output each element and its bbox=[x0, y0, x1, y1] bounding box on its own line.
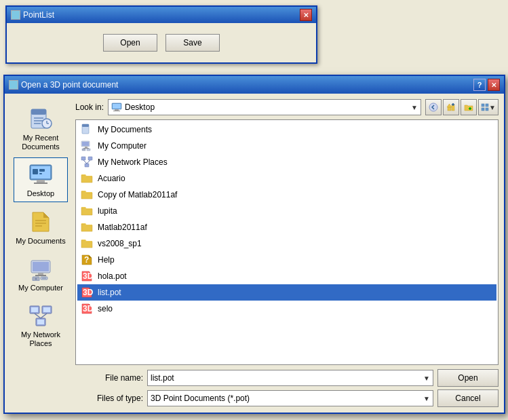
svg-rect-10 bbox=[37, 180, 45, 183]
files-of-type-label: Files of type: bbox=[75, 394, 143, 403]
list-item[interactable]: vs2008_sp1 bbox=[77, 235, 496, 252]
svg-marker-15 bbox=[33, 212, 49, 231]
list-item-name: Copy of Matlab2011af bbox=[98, 190, 177, 199]
list-item-name: vs2008_sp1 bbox=[98, 239, 142, 248]
file-list[interactable]: My Documents My Computer bbox=[75, 119, 499, 365]
svg-point-40 bbox=[429, 103, 437, 111]
sidebar-item-recent-label: My RecentDocuments bbox=[22, 134, 60, 151]
back-icon bbox=[429, 102, 438, 112]
svg-rect-33 bbox=[37, 320, 44, 324]
pointlist-save-button[interactable]: Save bbox=[165, 34, 220, 52]
pot-file-icon: 3D bbox=[80, 302, 94, 316]
views-icon bbox=[481, 103, 489, 111]
list-item-name: My Documents bbox=[98, 125, 152, 134]
svg-rect-21 bbox=[33, 262, 49, 271]
folder-list-icon bbox=[80, 237, 94, 250]
sidebar-item-my-computer-label: My Computer bbox=[18, 284, 63, 292]
pointlist-title: PointList bbox=[23, 10, 54, 20]
svg-rect-53 bbox=[82, 142, 89, 146]
open-dialog: Open a 3D point document ? ✕ bbox=[3, 75, 505, 414]
svg-rect-22 bbox=[38, 273, 43, 275]
svg-rect-59 bbox=[88, 157, 92, 160]
list-item[interactable]: My Network Places bbox=[77, 154, 496, 170]
svg-rect-37 bbox=[113, 104, 121, 109]
list-item-name: Acuario bbox=[98, 174, 125, 183]
sidebar-item-my-documents-label: My Documents bbox=[16, 237, 65, 246]
up-one-level-button[interactable] bbox=[443, 99, 459, 115]
svg-point-27 bbox=[35, 278, 37, 280]
new-folder-button[interactable] bbox=[461, 99, 477, 115]
svg-rect-56 bbox=[87, 149, 90, 151]
file-name-input[interactable] bbox=[148, 373, 421, 383]
svg-rect-38 bbox=[115, 109, 119, 111]
open-dialog-titlebar: Open a 3D point document ? ✕ bbox=[5, 76, 504, 94]
svg-rect-31 bbox=[43, 307, 50, 312]
svg-text:3D: 3D bbox=[83, 288, 93, 297]
look-in-dropdown[interactable]: Desktop ▼ bbox=[108, 99, 421, 115]
my-computer-icon bbox=[27, 255, 54, 282]
svg-marker-42 bbox=[447, 104, 452, 107]
svg-rect-54 bbox=[85, 147, 87, 148]
svg-text:?: ? bbox=[84, 255, 89, 265]
svg-rect-51 bbox=[82, 124, 89, 127]
svg-text:3D: 3D bbox=[83, 271, 93, 281]
list-item[interactable]: Matlab2011af bbox=[77, 219, 496, 235]
svg-rect-47 bbox=[486, 104, 488, 107]
my-documents-list-icon bbox=[80, 123, 94, 136]
svg-rect-49 bbox=[486, 108, 488, 111]
svg-rect-41 bbox=[448, 107, 451, 111]
files-of-type-dropdown[interactable]: 3D Point Documents (*.pot) ▼ bbox=[147, 390, 433, 406]
views-button[interactable]: ▼ bbox=[478, 99, 499, 115]
list-item[interactable]: lupita bbox=[77, 203, 496, 219]
svg-rect-48 bbox=[482, 108, 484, 111]
pointlist-open-button[interactable]: Open bbox=[103, 34, 157, 52]
list-item-name: Help bbox=[98, 255, 115, 265]
list-item-name: My Computer bbox=[98, 141, 146, 151]
cancel-button[interactable]: Cancel bbox=[437, 389, 499, 407]
pointlist-close-button[interactable]: ✕ bbox=[300, 9, 312, 21]
sidebar-item-recent[interactable]: My RecentDocuments bbox=[14, 102, 68, 155]
open-dialog-close-button[interactable]: ✕ bbox=[488, 79, 500, 91]
svg-rect-58 bbox=[81, 157, 85, 160]
look-in-select-content: Desktop bbox=[111, 102, 155, 113]
network-list-icon bbox=[80, 155, 94, 169]
files-of-type-value: 3D Point Documents (*.pot) bbox=[151, 394, 250, 403]
sidebar-item-my-documents[interactable]: My Documents bbox=[14, 205, 68, 249]
svg-rect-60 bbox=[85, 164, 89, 167]
list-item[interactable]: My Documents bbox=[77, 121, 496, 138]
list-item-name: hola.pot bbox=[98, 271, 127, 281]
pointlist-window-icon bbox=[11, 10, 20, 20]
list-item[interactable]: 3D selo bbox=[77, 301, 496, 317]
back-button[interactable] bbox=[425, 99, 442, 115]
sidebar-item-desktop-label: Desktop bbox=[27, 189, 54, 198]
sidebar-item-desktop[interactable]: Desktop bbox=[14, 157, 68, 202]
list-item[interactable]: 3D list.pot bbox=[77, 284, 496, 301]
list-item-name: My Network Places bbox=[98, 157, 168, 167]
list-item[interactable]: Acuario bbox=[77, 170, 496, 187]
list-item[interactable]: My Computer bbox=[77, 138, 496, 154]
list-item-name: lupita bbox=[98, 206, 117, 216]
recent-docs-icon bbox=[27, 105, 54, 132]
sidebar-item-network[interactable]: My NetworkPlaces bbox=[14, 299, 68, 351]
folder-list-icon bbox=[80, 188, 94, 202]
folder-list-icon bbox=[80, 172, 94, 185]
left-sidebar: My RecentDocuments Desktop bbox=[10, 99, 71, 407]
help-button[interactable]: ? bbox=[473, 79, 486, 91]
list-item[interactable]: ? Help bbox=[77, 252, 496, 268]
views-chevron-icon: ▼ bbox=[489, 104, 496, 111]
list-item[interactable]: 3D hola.pot bbox=[77, 268, 496, 284]
open-button[interactable]: Open bbox=[437, 369, 499, 387]
svg-rect-1 bbox=[31, 109, 46, 115]
sidebar-item-my-computer[interactable]: My Computer bbox=[14, 252, 68, 296]
svg-rect-14 bbox=[39, 173, 42, 174]
open-dialog-icon bbox=[9, 80, 18, 90]
svg-rect-46 bbox=[482, 104, 484, 107]
list-item[interactable]: Copy of Matlab2011af bbox=[77, 187, 496, 203]
file-name-label: File name: bbox=[75, 373, 143, 383]
svg-rect-13 bbox=[39, 169, 45, 172]
files-of-type-chevron-icon: ▼ bbox=[423, 395, 430, 402]
my-documents-icon bbox=[27, 208, 54, 235]
toolbar-icons: ▼ bbox=[425, 99, 499, 115]
svg-line-62 bbox=[87, 160, 90, 164]
list-item-name: list.pot bbox=[98, 288, 121, 297]
